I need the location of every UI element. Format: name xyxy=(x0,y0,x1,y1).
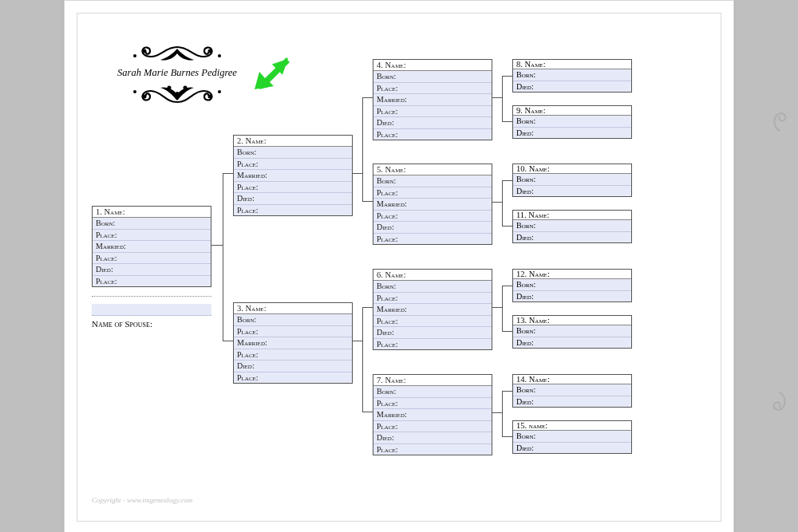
person-box-4: 4. Name: Born: Place: Married: Place: Di… xyxy=(373,59,492,140)
field-born: Born: xyxy=(513,116,631,128)
field-died: Died: xyxy=(373,432,492,444)
svg-point-9 xyxy=(133,90,136,93)
box-name: 1. Name: xyxy=(93,207,211,218)
field-place: Place: xyxy=(373,187,492,199)
field-died: Died: xyxy=(513,186,631,197)
connector xyxy=(362,412,373,412)
svg-point-10 xyxy=(218,90,221,93)
person-box-14: 14. Name: Born: Died: xyxy=(512,374,632,408)
connector xyxy=(502,331,512,332)
field-place: Place: xyxy=(234,349,352,361)
field-place: Place: xyxy=(93,276,211,287)
field-place: Place: xyxy=(373,83,492,95)
field-died: Died: xyxy=(234,361,352,372)
person-box-8: 8. Name: Born: Died: xyxy=(512,59,632,93)
connector xyxy=(223,173,223,341)
page: Sarah Marie Burnes Pedigree xyxy=(64,0,734,532)
svg-point-3 xyxy=(218,54,221,57)
field-married: Married: xyxy=(373,199,492,211)
person-box-15: 15. name: Born: Died: xyxy=(512,420,632,454)
field-died: Died: xyxy=(373,327,492,339)
svg-point-4 xyxy=(143,95,147,99)
field-born: Born: xyxy=(373,71,492,83)
connector xyxy=(362,307,373,308)
field-died: Died: xyxy=(373,117,492,129)
field-married: Married: xyxy=(93,241,211,253)
connector xyxy=(502,436,512,437)
field-born: Born: xyxy=(234,147,352,159)
field-married: Married: xyxy=(234,337,352,349)
connector xyxy=(492,412,502,413)
copyright: Copyright - www.tmgenealogy.com xyxy=(92,496,192,504)
pedigree-title: Sarah Marie Burnes Pedigree xyxy=(93,67,261,79)
connector xyxy=(362,97,373,98)
field-place: Place: xyxy=(234,326,352,338)
connector xyxy=(492,202,502,203)
spouse-label: Name of Spouse: xyxy=(92,319,152,329)
svg-point-0 xyxy=(143,49,147,53)
field-died: Died: xyxy=(513,232,631,243)
field-married: Married: xyxy=(234,170,352,182)
box-name: 11. Name: xyxy=(513,211,631,220)
svg-point-7 xyxy=(168,86,172,90)
svg-point-6 xyxy=(175,92,180,100)
svg-point-8 xyxy=(184,86,188,90)
connector xyxy=(223,341,233,341)
box-name: 9. Name: xyxy=(513,106,631,116)
connector xyxy=(502,180,503,226)
person-box-6: 6. Name: Born: Place: Married: Place: Di… xyxy=(373,269,492,350)
field-died: Died: xyxy=(93,264,211,276)
field-place: Place: xyxy=(373,129,492,140)
connector xyxy=(502,391,503,436)
field-born: Born: xyxy=(513,220,631,232)
connector xyxy=(502,226,512,227)
field-place: Place: xyxy=(373,106,492,118)
connector xyxy=(211,245,223,246)
field-born: Born: xyxy=(513,279,631,291)
field-died: Died: xyxy=(513,81,631,93)
person-box-10: 10. Name: Born: Died: xyxy=(512,164,632,197)
connector xyxy=(362,307,363,412)
connector xyxy=(353,173,362,174)
svg-point-5 xyxy=(208,95,212,99)
field-place: Place: xyxy=(373,444,492,455)
box-name: 13. Name: xyxy=(513,316,631,325)
field-place: Place: xyxy=(373,234,492,245)
box-name: 7. Name: xyxy=(373,375,492,386)
connector xyxy=(502,286,512,286)
connector xyxy=(502,180,512,181)
field-place: Place: xyxy=(234,372,352,384)
field-place: Place: xyxy=(93,230,211,242)
title-block: Sarah Marie Burnes Pedigree xyxy=(93,45,261,104)
box-name: 12. Name: xyxy=(513,270,631,279)
field-died: Died: xyxy=(513,443,631,454)
curl-bottom-icon xyxy=(771,391,788,415)
field-died: Died: xyxy=(373,222,492,234)
inner-border: Sarah Marie Burnes Pedigree xyxy=(77,13,721,522)
field-place: Place: xyxy=(234,182,352,194)
connector xyxy=(353,341,362,341)
person-box-9: 9. Name: Born: Died: xyxy=(512,105,632,139)
svg-marker-12 xyxy=(255,57,288,89)
person-box-12: 12. Name: Born: Died: xyxy=(512,269,632,302)
field-place: Place: xyxy=(234,205,352,216)
field-died: Died: xyxy=(513,128,631,139)
field-died: Died: xyxy=(513,291,631,302)
field-born: Born: xyxy=(234,314,352,326)
field-died: Died: xyxy=(234,193,352,205)
box-name: 10. Name: xyxy=(513,164,631,174)
box-name: 4. Name: xyxy=(373,60,492,71)
connector xyxy=(502,286,503,331)
person-box-7: 7. Name: Born: Place: Married: Place: Di… xyxy=(373,374,492,455)
field-married: Married: xyxy=(373,304,492,316)
field-place: Place: xyxy=(234,159,352,171)
svg-point-1 xyxy=(208,49,212,53)
box-name: 5. Name: xyxy=(373,164,492,175)
field-married: Married: xyxy=(373,94,492,106)
box-name: 8. Name: xyxy=(513,60,631,69)
svg-point-2 xyxy=(133,54,136,57)
canvas: Sarah Marie Burnes Pedigree xyxy=(77,14,721,521)
field-place: Place: xyxy=(373,316,492,328)
connector xyxy=(223,173,233,174)
dotted-line xyxy=(92,296,211,297)
